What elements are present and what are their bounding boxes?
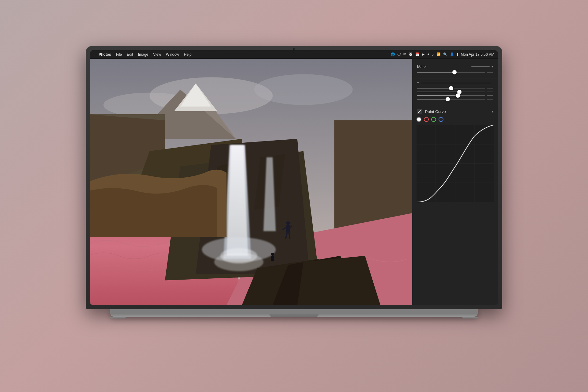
slider-fill-4 <box>417 95 458 96</box>
channel-white-dot[interactable] <box>417 117 421 122</box>
laptop-container: Photos File Edit Image View Window Help … <box>86 46 502 346</box>
sub-section-header: ▾ <box>417 81 493 85</box>
camera-notch <box>293 48 295 51</box>
menubar-left: Photos File Edit Image View Window Help <box>94 52 191 57</box>
slider-thumb-4[interactable] <box>456 93 460 98</box>
curve-dropdown-icon[interactable]: ▾ <box>492 110 494 114</box>
menubar-right: 🌐 ⓘ ✉ ⏰ 📅 ▶ ✦ ♪ 📶 🔍 👤 ▮ Mon Apr 17 5:56 … <box>391 52 494 57</box>
curve-section: Point Curve ▾ <box>412 105 498 302</box>
foot-right <box>462 317 478 318</box>
curve-graph[interactable] <box>417 125 494 202</box>
svg-rect-31 <box>271 256 274 261</box>
main-content: Mask ▾ <box>90 59 498 305</box>
app-name[interactable]: Photos <box>99 52 111 57</box>
slider-fill-3 <box>417 92 459 92</box>
sub-chevron-icon[interactable]: ▾ <box>417 81 419 85</box>
slider-row-5 <box>417 99 493 100</box>
photo-area <box>90 59 412 305</box>
curve-icon-svg <box>417 109 422 114</box>
slider-track-2[interactable] <box>417 88 485 89</box>
svg-point-24 <box>202 237 276 262</box>
channel-blue-dot[interactable] <box>439 117 443 122</box>
status-icon-search[interactable]: 🔍 <box>443 52 447 56</box>
svg-point-2 <box>254 74 353 105</box>
status-icon-8: ♪ <box>432 53 434 56</box>
slider-fill-5 <box>417 99 448 100</box>
sub-section-line <box>421 83 491 83</box>
channel-dots <box>417 117 494 122</box>
slider-fill-2 <box>417 88 451 89</box>
point-curve-title: Point Curve <box>425 109 489 114</box>
mask-chevron-icon[interactable]: ▾ <box>492 65 493 68</box>
status-icon-6: ▶ <box>422 52 424 56</box>
mask-header: Mask ▾ <box>417 64 493 69</box>
menu-view[interactable]: View <box>153 52 161 57</box>
camera-dot <box>294 49 295 50</box>
slider-track-4[interactable] <box>417 95 485 96</box>
slider-right-line-2 <box>487 88 493 89</box>
status-icon-battery: ▮ <box>457 52 458 56</box>
curve-graph-svg <box>417 125 494 202</box>
slider-track-3[interactable] <box>417 92 485 92</box>
menu-image[interactable]: Image <box>138 52 148 57</box>
laptop-lid: Photos File Edit Image View Window Help … <box>86 46 502 309</box>
slider-row-3 <box>417 92 493 92</box>
status-icon-2: ⓘ <box>398 52 401 57</box>
mask-title: Mask <box>417 64 427 69</box>
status-icon-4: ⏰ <box>409 52 413 56</box>
slider-track-5[interactable] <box>417 99 485 100</box>
status-icon-user: 👤 <box>450 52 454 56</box>
slider-right-line-1 <box>487 72 493 73</box>
slider-thumb-5[interactable] <box>446 97 450 101</box>
photo-svg <box>90 59 412 305</box>
screen: Photos File Edit Image View Window Help … <box>90 50 498 305</box>
status-icon-3: ✉ <box>403 52 406 56</box>
svg-point-32 <box>271 253 274 256</box>
slider-row-4 <box>417 95 493 96</box>
mask-header-controls: ▾ <box>471 65 493 68</box>
menu-edit[interactable]: Edit <box>127 52 133 57</box>
status-icon-1: 🌐 <box>391 52 395 56</box>
channel-green-dot[interactable] <box>431 117 436 122</box>
slider-track-1[interactable] <box>417 72 485 73</box>
slider-thumb-2[interactable] <box>449 86 453 90</box>
mask-section: Mask ▾ <box>412 62 498 78</box>
right-panel: Mask ▾ <box>412 59 498 305</box>
hinge <box>270 314 318 317</box>
laptop-base <box>110 309 478 317</box>
slider-row-1 <box>417 72 493 73</box>
channel-red-dot[interactable] <box>424 117 429 122</box>
status-icon-5: 📅 <box>415 52 420 56</box>
slider-right-line-5 <box>487 99 493 100</box>
foot-left <box>110 317 126 318</box>
menu-help[interactable]: Help <box>184 52 192 57</box>
slider-fill-1 <box>417 72 454 73</box>
slider-row-2 <box>417 88 493 89</box>
curve-tool-icon <box>417 108 423 115</box>
slider-right-line-4 <box>487 95 493 96</box>
laptop-feet <box>86 317 502 318</box>
svg-point-26 <box>286 221 290 225</box>
menu-window[interactable]: Window <box>166 52 179 57</box>
slider-right-line-3 <box>487 92 493 92</box>
menu-file[interactable]: File <box>116 52 122 57</box>
sub-section: ▾ <box>412 78 498 105</box>
svg-rect-25 <box>286 225 290 233</box>
status-icon-7: ✦ <box>427 52 430 56</box>
menubar: Photos File Edit Image View Window Help … <box>90 50 498 59</box>
clock: Mon Apr 17 5:56 PM <box>461 52 494 57</box>
status-icon-wifi: 📶 <box>436 52 441 56</box>
mask-value-line <box>471 66 490 67</box>
slider-thumb-1[interactable] <box>452 70 457 74</box>
curve-header: Point Curve ▾ <box>417 108 494 115</box>
